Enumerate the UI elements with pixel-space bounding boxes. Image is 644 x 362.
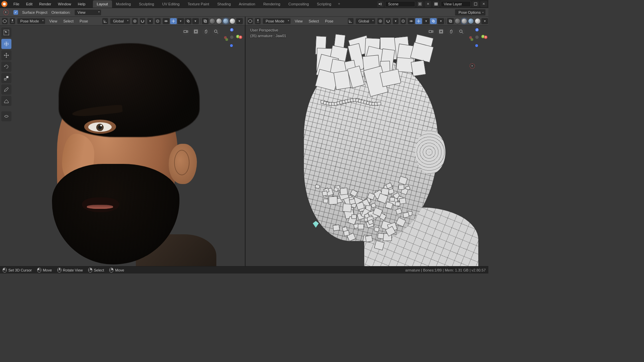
gizmo-toggle-icon[interactable]	[415, 18, 422, 24]
axis-z[interactable]: Z	[475, 28, 479, 32]
tab-layout[interactable]: Layout	[93, 0, 112, 8]
axis-z[interactable]: Z	[230, 28, 233, 32]
tab-modeling[interactable]: Modeling	[112, 0, 135, 8]
menu-window[interactable]: Window	[55, 1, 74, 7]
tab-scripting[interactable]: Scripting	[313, 0, 335, 8]
overlays-toggle-icon[interactable]	[185, 18, 192, 24]
proportional-icon[interactable]	[155, 18, 161, 24]
overlays-options-icon[interactable]: ▾	[437, 18, 444, 24]
tab-compositing[interactable]: Compositing	[284, 0, 313, 8]
pivot-icon[interactable]	[377, 18, 383, 24]
vp-menu-select[interactable]: Select	[61, 18, 76, 24]
shading-rendered-icon[interactable]	[229, 18, 235, 24]
menu-edit[interactable]: Edit	[23, 1, 36, 7]
overlays-options-icon[interactable]: ▾	[192, 18, 199, 24]
proportional-icon[interactable]	[400, 18, 406, 24]
pose-options-button[interactable]: Pose Options	[455, 9, 486, 16]
perspective-toggle-icon[interactable]	[192, 27, 200, 36]
pan-icon[interactable]	[202, 27, 210, 36]
tab-texture-paint[interactable]: Texture Paint	[183, 0, 213, 8]
overlays-toggle-icon[interactable]	[430, 18, 437, 24]
viewport-left-body[interactable]: Z Y X ‹	[0, 25, 245, 266]
tab-rendering[interactable]: Rendering	[259, 0, 284, 8]
pivot-icon[interactable]	[132, 18, 138, 24]
tab-uv-editing[interactable]: UV Editing	[158, 0, 183, 8]
move-tool[interactable]	[1, 50, 11, 60]
mode-icon[interactable]	[10, 18, 15, 24]
zoom-icon[interactable]	[212, 27, 220, 36]
viewports-container: Pose Mode View Select Pose Global ▾	[0, 17, 488, 266]
surface-project-checkbox[interactable]: ✓	[13, 10, 18, 15]
editor-type-icon[interactable]	[2, 18, 8, 24]
zoom-icon[interactable]	[457, 27, 465, 36]
menu-render[interactable]: Render	[36, 1, 55, 7]
mode-dropdown[interactable]: Pose Mode	[17, 18, 45, 24]
scene-delete-icon[interactable]: ✕	[425, 1, 431, 7]
breakdowner-tool[interactable]	[1, 111, 11, 121]
transform-orientation-icon[interactable]	[348, 18, 354, 24]
axis-gizmo[interactable]: Z Y X	[221, 28, 242, 50]
scene-new-icon[interactable]	[417, 1, 423, 7]
transform-orientation-dropdown[interactable]: Global	[356, 18, 376, 24]
tab-animation[interactable]: Animation	[235, 0, 259, 8]
vp-menu-select[interactable]: Select	[307, 18, 321, 24]
perspective-toggle-icon[interactable]	[437, 27, 445, 36]
shading-rendered-icon[interactable]	[475, 18, 481, 24]
xray-toggle-icon[interactable]	[202, 18, 209, 24]
shading-lookdev-icon[interactable]	[468, 18, 474, 24]
editor-type-icon[interactable]	[248, 18, 253, 24]
mode-value: Pose Mode	[20, 19, 39, 23]
shading-solid-icon[interactable]	[216, 18, 222, 24]
add-workspace-button[interactable]: +	[335, 0, 343, 8]
viewlayer-new-icon[interactable]	[472, 1, 479, 7]
snap-type-icon[interactable]: ▾	[147, 18, 153, 24]
menu-file[interactable]: File	[10, 1, 23, 7]
rotate-tool[interactable]	[1, 62, 11, 72]
tab-shading[interactable]: Shading	[213, 0, 235, 8]
object-visibility-icon[interactable]	[408, 18, 415, 24]
annotate-tool[interactable]	[1, 84, 11, 95]
tab-sculpting[interactable]: Sculpting	[135, 0, 158, 8]
gizmo-options-icon[interactable]: ▾	[177, 18, 184, 24]
axis-x[interactable]: X	[239, 36, 242, 39]
svg-line-29	[217, 32, 218, 34]
shading-wireframe-icon[interactable]	[454, 18, 461, 24]
vp-menu-view[interactable]: View	[293, 18, 305, 24]
vp-menu-view[interactable]: View	[47, 18, 59, 24]
object-visibility-icon[interactable]	[163, 18, 169, 24]
mode-dropdown[interactable]: Pose Mode	[263, 18, 291, 24]
mode-icon[interactable]	[255, 18, 261, 24]
viewport-right-body[interactable]: User Perspective (35) armature : Jaw01	[246, 25, 488, 266]
viewlayer-name-input[interactable]	[441, 1, 471, 7]
snap-icon[interactable]	[385, 18, 391, 24]
gizmo-options-icon[interactable]: ▾	[423, 18, 429, 24]
axis-x[interactable]: X	[484, 36, 487, 39]
pan-icon[interactable]	[447, 27, 455, 36]
vp-menu-pose[interactable]: Pose	[77, 18, 90, 24]
vp-menu-pose[interactable]: Pose	[323, 18, 335, 24]
menu-help[interactable]: Help	[74, 1, 89, 7]
shading-wireframe-icon[interactable]	[209, 18, 215, 24]
scene-browse-icon[interactable]	[377, 1, 384, 7]
scene-name-input[interactable]	[385, 1, 415, 7]
measure-tool[interactable]	[1, 96, 11, 106]
select-box-tool[interactable]	[1, 27, 11, 38]
orientation-dropdown[interactable]: View	[74, 9, 101, 15]
shading-options-icon[interactable]: ▾	[236, 18, 243, 24]
transform-orientation-icon[interactable]	[102, 18, 108, 24]
camera-view-icon[interactable]	[427, 27, 435, 36]
gizmo-toggle-icon[interactable]	[170, 18, 177, 24]
transform-orientation-dropdown[interactable]: Global	[110, 18, 130, 24]
shading-lookdev-icon[interactable]	[223, 18, 229, 24]
snap-type-icon[interactable]: ▾	[393, 18, 398, 24]
axis-gizmo[interactable]: Z Y X	[466, 28, 487, 50]
viewlayer-browse-icon[interactable]	[433, 1, 439, 7]
scale-tool[interactable]	[1, 73, 11, 83]
camera-view-icon[interactable]	[182, 27, 190, 36]
xray-toggle-icon[interactable]	[447, 18, 454, 24]
shading-options-icon[interactable]: ▾	[481, 18, 488, 24]
cursor-tool[interactable]	[1, 39, 11, 49]
viewlayer-delete-icon[interactable]: ✕	[480, 1, 487, 7]
shading-solid-icon[interactable]	[461, 18, 467, 24]
snap-icon[interactable]	[140, 18, 146, 24]
